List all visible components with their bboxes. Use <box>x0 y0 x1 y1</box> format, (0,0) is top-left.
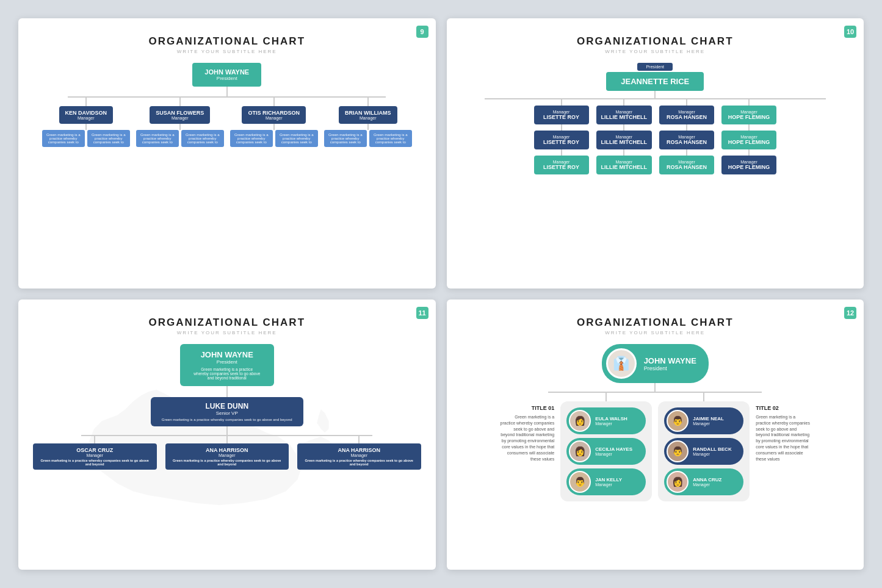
s4-lp3-info: JAN KELLY Manager <box>595 477 622 487</box>
s4-title2: TITLE 02 <box>756 405 779 411</box>
r2c2: Manager LILLIE MITCHELL <box>596 124 652 149</box>
slide-2: 10 ORGANIZATIONAL CHART WRITE YOUR SUBTI… <box>447 18 864 289</box>
r3c2role: Manager <box>601 160 648 164</box>
slide-subtitle-2: WRITE YOUR SUBTITLE HERE <box>461 49 850 54</box>
s3-ceo-box: JOHN WAYNE President Green marketing is … <box>180 344 274 386</box>
sub-box-1b: Green marketing is a practice whereby co… <box>87 130 130 147</box>
mgr-col-2: SUSAN FLOWERS Manager Green marketing is… <box>136 98 224 147</box>
r2c3name: ROSA HANSEN <box>664 139 709 145</box>
managers-row: KEN DAVIDSON Manager Green marketing is … <box>33 98 421 147</box>
r3c1: Manager LISETTE ROY <box>534 149 589 174</box>
s4-rvc <box>703 393 704 401</box>
s4-lp1-avatar: 👩 <box>569 410 591 432</box>
s3-m3box: ANA HARRISON Manager Green marketing is … <box>297 443 421 470</box>
r2c1v <box>561 124 562 131</box>
r3c4: Manager HOPE FLEMING <box>721 149 776 174</box>
s4-lp1-info: EULA WALSH Manager <box>595 416 627 426</box>
mgr-col-1: KEN DAVIDSON Manager Green marketing is … <box>42 98 130 147</box>
s4-rp3-role: Manager <box>693 482 721 487</box>
r1c3: Manager ROSA HANSEN <box>659 99 714 124</box>
s3-m2box: ANA HARRISON Manager Green marketing is … <box>165 443 289 470</box>
mgr-col-3: OTIS RICHARDSON Manager Green marketing … <box>230 98 318 147</box>
slide-badge-2: 10 <box>844 26 856 38</box>
s4-title1: TITLE 01 <box>532 405 555 411</box>
vc4 <box>367 98 369 106</box>
s3-m3name: ANA HARRISON <box>303 447 415 453</box>
mgr-box-1: KEN DAVIDSON Manager <box>59 106 113 124</box>
slide4-tree: 👔 JOHN WAYNE President TITLE 01 Green ma… <box>461 344 850 501</box>
slide-1: 9 ORGANIZATIONAL CHART WRITE YOUR SUBTIT… <box>18 18 436 289</box>
slide-title-1: ORGANIZATIONAL CHART <box>33 35 421 48</box>
mgr-box-4: BRIAN WILLIAMS Manager <box>339 106 397 124</box>
r2c3: Manager ROSA HANSEN <box>659 124 714 149</box>
mgr-name-3: OTIS RICHARDSON <box>248 110 300 116</box>
mgr-role-3: Manager <box>248 116 300 120</box>
r3c2: Manager LILLIE MITCHELL <box>596 149 652 174</box>
s4-lp3: 👨 JAN KELLY Manager <box>566 468 646 495</box>
r1c4name: HOPE FLEMING <box>726 114 772 120</box>
mgr-name-2: SUSAN FLOWERS <box>156 110 204 116</box>
mgr-role-1: Manager <box>65 116 107 120</box>
pres-vc <box>654 91 656 98</box>
s3-m3role: Manager <box>303 453 415 457</box>
v-connector <box>226 87 228 96</box>
s3-vc2 <box>226 426 228 435</box>
sub-box-1a: Green marketing is a practice whereby co… <box>42 130 85 147</box>
r2c2box: Manager LILLIE MITCHELL <box>596 131 652 149</box>
slide-badge-4: 12 <box>844 307 856 319</box>
ceo-role: President <box>204 76 249 81</box>
ceo-name: JOHN WAYNE <box>204 68 249 76</box>
s4-ceo-role: President <box>644 365 696 371</box>
s4-desc1: Green marketing is a practice whereby co… <box>499 414 554 462</box>
s4-left-branch: 👩 EULA WALSH Manager 👩 CECILIA HAYES Man… <box>560 393 652 501</box>
mgr-box-3: OTIS RICHARDSON Manager <box>242 106 306 124</box>
r2c1box: Manager LISETTE ROY <box>534 131 589 149</box>
r2c2v <box>623 124 624 131</box>
s3-m3: ANA HARRISON Manager Green marketing is … <box>297 436 421 470</box>
slide-subtitle-4: WRITE YOUR SUBTITLE HERE <box>461 330 850 335</box>
r3c3box: Manager ROSA HANSEN <box>659 156 714 174</box>
r3c1v <box>561 149 562 156</box>
s4-rp3-name: ANNA CRUZ <box>693 477 721 482</box>
vc3b <box>273 124 275 130</box>
sub-box-4a: Green marketing is a practice whereby co… <box>324 130 367 147</box>
s4-lp1-name: EULA WALSH <box>595 416 627 421</box>
s4-lp2-role: Manager <box>595 452 632 456</box>
r3c2name: LILLIE MITCHELL <box>601 164 648 170</box>
s3-vc1 <box>226 386 228 397</box>
s4-rp1: 👨 JAIMIE NEAL Manager <box>664 407 743 434</box>
r3c2box: Manager LILLIE MITCHELL <box>596 156 652 174</box>
r1c1box: Manager LISETTE ROY <box>534 106 589 124</box>
mgr-name-4: BRIAN WILLIAMS <box>345 110 391 116</box>
r1c2name: LILLIE MITCHELL <box>601 114 648 120</box>
slide2-tree: President JEANNETTE RICE Manager LISETTE… <box>461 63 850 174</box>
r1c1v <box>561 99 562 106</box>
branch-wrapper: KEN DAVIDSON Manager Green marketing is … <box>33 96 421 147</box>
r3c4v <box>748 149 750 156</box>
vc4b <box>367 124 369 130</box>
sub-row-3: Green marketing is a practice whereby co… <box>230 130 318 147</box>
r2c3box: Manager ROSA HANSEN <box>659 131 714 149</box>
mgr-row-3: Manager LISETTE ROY Manager LILLIE MITCH… <box>534 149 777 174</box>
s4-rp1-name: JAIMIE NEAL <box>693 416 724 421</box>
sub-row-4: Green marketing is a practice whereby co… <box>324 130 412 147</box>
mgr-row-2: Manager LISETTE ROY Manager LILLIE MITCH… <box>534 124 777 149</box>
s3-m1role: Manager <box>39 453 151 457</box>
r1c3name: ROSA HANSEN <box>664 114 709 120</box>
s4-rp1-info: JAIMIE NEAL Manager <box>693 416 724 426</box>
s3-m2desc: Green marketing is a practice whereby co… <box>172 459 283 466</box>
s3-vp-box: LUKE DUNN Senior VP Green marketing is a… <box>151 397 303 426</box>
mgr-col-4: BRIAN WILLIAMS Manager Green marketing i… <box>324 98 412 147</box>
s3-m2name: ANA HARRISON <box>172 447 283 453</box>
r2c1role: Manager <box>539 135 584 139</box>
r1c2v <box>623 99 624 106</box>
slide-title-4: ORGANIZATIONAL CHART <box>461 317 850 329</box>
s3-m1v <box>94 436 95 443</box>
r3c3v <box>686 149 687 156</box>
mgr-name-1: KEN DAVIDSON <box>65 110 107 116</box>
s3-vp-name: LUKE DUNN <box>162 402 292 411</box>
vc1b <box>85 124 87 130</box>
r2c3v <box>686 124 687 131</box>
r2c4role: Manager <box>726 135 772 139</box>
r3c3name: ROSA HANSEN <box>664 164 709 170</box>
